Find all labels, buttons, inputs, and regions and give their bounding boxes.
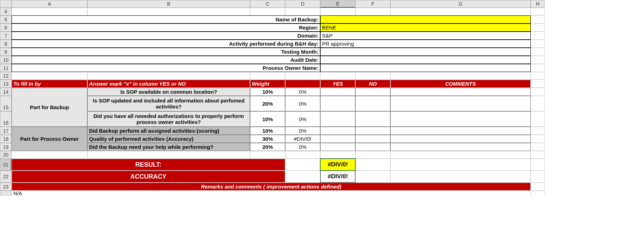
cell-B12[interactable] xyxy=(87,72,250,80)
cell-D22[interactable] xyxy=(285,171,320,183)
cell-H14[interactable] xyxy=(531,88,545,96)
cell-F22[interactable] xyxy=(355,171,390,183)
row-header-19[interactable]: 19 xyxy=(0,143,12,151)
row-header-10[interactable]: 10 xyxy=(0,56,12,64)
hdr-weight[interactable]: Weight xyxy=(250,80,285,88)
label-region[interactable]: Region: xyxy=(12,24,320,32)
q-r17-yes[interactable] xyxy=(320,127,355,135)
cell-H11[interactable] xyxy=(531,64,545,72)
q-r18-no[interactable] xyxy=(355,135,390,143)
cell-H17[interactable] xyxy=(531,127,545,135)
hdr-yes[interactable]: YES xyxy=(320,80,355,88)
q-r17-text[interactable]: Did Backup perform all assigned activiti… xyxy=(87,127,250,135)
label-owner-name[interactable]: Process Owner Name: xyxy=(12,64,320,72)
row-header-12[interactable]: 12 xyxy=(0,72,12,80)
q-r18-yes[interactable] xyxy=(320,135,355,143)
cell-C4[interactable] xyxy=(250,8,285,15)
cell-B4[interactable] xyxy=(87,8,250,15)
q-r15-yes[interactable] xyxy=(320,96,355,111)
spreadsheet-grid[interactable]: A B C D E F G H 4 5 Name of Backup: 6 Re… xyxy=(0,0,644,196)
col-header-F[interactable]: F xyxy=(355,0,390,8)
value-result[interactable]: #DIV/0! xyxy=(320,159,355,171)
q-r14-d[interactable]: 0% xyxy=(285,88,320,96)
q-r18-weight[interactable]: 30% xyxy=(250,135,285,143)
cell-H13[interactable] xyxy=(531,80,545,88)
cell-H8[interactable] xyxy=(531,40,545,48)
q-r15-comments[interactable] xyxy=(390,96,531,111)
q-r16-d[interactable]: 0% xyxy=(285,111,320,127)
q-r16-weight[interactable]: 10% xyxy=(250,111,285,127)
q-r19-weight[interactable]: 20% xyxy=(250,143,285,151)
hdr-comments[interactable]: COMMENTS xyxy=(390,80,531,88)
q-r17-comments[interactable] xyxy=(390,127,531,135)
cell-H7[interactable] xyxy=(531,32,545,40)
cell-H18[interactable] xyxy=(531,135,545,143)
q-r15-d[interactable]: 0% xyxy=(285,96,320,111)
row-header-23[interactable]: 23 xyxy=(0,183,12,191)
value-accuracy[interactable]: #DIV/0! xyxy=(320,171,355,183)
q-r15-no[interactable] xyxy=(355,96,390,111)
label-accuracy[interactable]: ACCURACY xyxy=(12,171,285,183)
q-r19-yes[interactable] xyxy=(320,143,355,151)
cell-F20[interactable] xyxy=(355,151,390,159)
cell-H21[interactable] xyxy=(531,159,545,171)
input-owner-name[interactable] xyxy=(320,64,531,72)
hdr-answer[interactable]: Answer mark "x" in column YES or NO xyxy=(87,80,250,88)
row-header-5[interactable]: 5 xyxy=(0,15,12,24)
section-part-for-owner[interactable]: Part for Process Owner xyxy=(12,127,87,151)
row-header-16[interactable]: 16 xyxy=(0,111,12,127)
cell-E12[interactable] xyxy=(320,72,355,80)
cell-H6[interactable] xyxy=(531,24,545,32)
cell-D13[interactable] xyxy=(285,80,320,88)
col-header-C[interactable]: C xyxy=(250,0,285,8)
row-header-17[interactable]: 17 xyxy=(0,127,12,135)
q-r16-comments[interactable] xyxy=(390,111,531,127)
input-name-of-backup[interactable] xyxy=(320,15,531,24)
select-all-corner[interactable] xyxy=(0,0,12,8)
cell-G22[interactable] xyxy=(390,171,531,183)
col-header-A[interactable]: A xyxy=(12,0,87,8)
q-r17-weight[interactable]: 10% xyxy=(250,127,285,135)
cell-D20[interactable] xyxy=(285,151,320,159)
cell-H19[interactable] xyxy=(531,143,545,151)
q-r19-comments[interactable] xyxy=(390,143,531,151)
cell-H9[interactable] xyxy=(531,48,545,56)
error-warning-icon[interactable] xyxy=(320,160,321,168)
cell-G4[interactable] xyxy=(390,8,531,15)
row-header-13[interactable]: 13 xyxy=(0,80,12,88)
cell-H12[interactable] xyxy=(531,72,545,80)
cell-H16[interactable] xyxy=(531,111,545,127)
input-audit-date[interactable] xyxy=(320,56,531,64)
row-header-18[interactable]: 18 xyxy=(0,135,12,143)
row-header-20[interactable]: 20 xyxy=(0,151,12,159)
cell-F12[interactable] xyxy=(355,72,390,80)
label-domain[interactable]: Domain: xyxy=(12,32,320,40)
cell-D4[interactable] xyxy=(285,8,320,15)
cell-F4[interactable] xyxy=(355,8,390,15)
row-header-24[interactable] xyxy=(0,191,12,196)
col-header-H[interactable]: H xyxy=(531,0,545,8)
cell-G20[interactable] xyxy=(390,151,531,159)
cell-E20[interactable] xyxy=(320,151,355,159)
input-testing-month[interactable] xyxy=(320,48,531,56)
remarks-header[interactable]: Remarks and comments ( improvement actio… xyxy=(12,183,531,191)
cell-D21[interactable] xyxy=(285,159,320,171)
cell-B20[interactable] xyxy=(87,151,250,159)
input-domain[interactable]: S&P xyxy=(320,32,531,40)
hdr-tofill[interactable]: To fill in by xyxy=(12,80,87,88)
q-r15-weight[interactable]: 20% xyxy=(250,96,285,111)
cell-E4[interactable] xyxy=(320,8,355,15)
col-header-E[interactable]: E xyxy=(320,0,355,8)
row-header-8[interactable]: 8 xyxy=(0,40,12,48)
section-part-for-backup[interactable]: Part for Backup xyxy=(12,88,87,127)
row-header-21[interactable]: 21 xyxy=(0,159,12,171)
q-r16-text[interactable]: Did you have all neeeded authorizations … xyxy=(87,111,250,127)
row-header-15[interactable]: 15 xyxy=(0,96,12,111)
cell-H5[interactable] xyxy=(531,15,545,24)
q-r14-no[interactable] xyxy=(355,88,390,96)
label-testing-month[interactable]: Testing Month: xyxy=(12,48,320,56)
cell-H23[interactable] xyxy=(531,183,545,191)
cell-G21[interactable] xyxy=(390,159,531,171)
q-r14-comments[interactable] xyxy=(390,88,531,96)
q-r16-no[interactable] xyxy=(355,111,390,127)
